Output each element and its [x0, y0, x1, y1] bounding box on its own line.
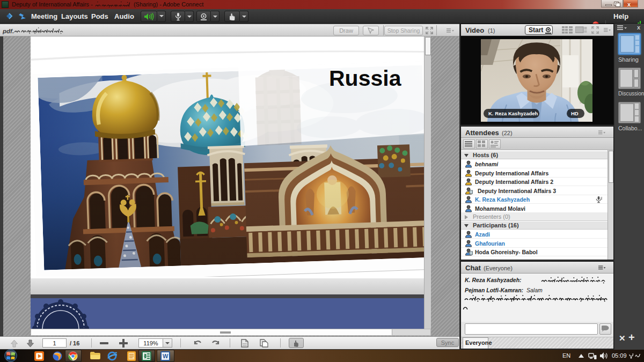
svg-text:HD: HD: [571, 110, 579, 116]
svg-text:pdf.: pdf.: [3, 28, 14, 34]
svg-text:W: W: [163, 353, 169, 359]
svg-text:K. Reza Kashyzadeh: K. Reza Kashyzadeh: [488, 110, 538, 116]
svg-text:Russia: Russia: [329, 66, 402, 91]
svg-text:Salam: Salam: [526, 287, 543, 293]
svg-text:K. Reza Kashyzadeh:: K. Reza Kashyzadeh:: [465, 277, 522, 283]
svg-text:Pejman Lotfi-Kamran:: Pejman Lotfi-Kamran:: [465, 287, 523, 293]
